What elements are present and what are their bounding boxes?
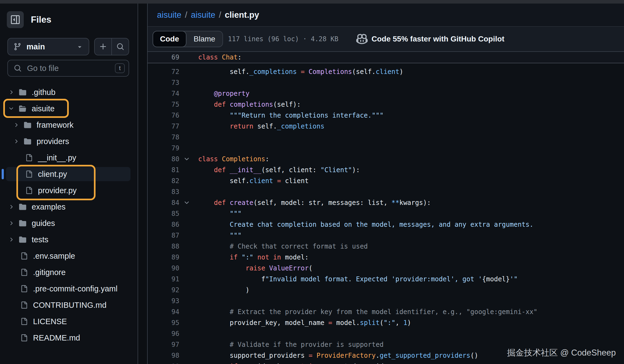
chevron-right-icon (13, 122, 19, 128)
line-number[interactable]: 99 (148, 361, 179, 364)
tree-item-label: framework (37, 121, 73, 130)
file-icon (20, 302, 28, 309)
tree-item-label: client.py (38, 170, 67, 179)
breadcrumb-current-file: client.py (225, 10, 259, 20)
line-number[interactable]: 87 (148, 230, 179, 241)
breadcrumb-separator: / (185, 10, 188, 20)
line-number[interactable]: 89 (148, 252, 179, 263)
code-row-87: 87 """ (148, 230, 624, 241)
tree-item-label: tests (32, 235, 48, 244)
line-number[interactable]: 98 (148, 350, 179, 361)
file-tree-item-.pre-commit-config.yaml[interactable]: .pre-commit-config.yaml (0, 281, 138, 297)
collapse-file-tree-button[interactable] (7, 11, 24, 28)
line-number[interactable]: 69 (148, 52, 179, 63)
line-number[interactable]: 97 (148, 339, 179, 350)
code-row-81: 81 def __init__(self, client: "Client"): (148, 165, 624, 175)
breadcrumb-dir-link[interactable]: aisuite (191, 10, 215, 20)
fold-toggle[interactable] (183, 156, 190, 162)
code-row-96: 96 (148, 328, 624, 339)
sidebar-title: Files (31, 14, 51, 25)
tree-toolbar (94, 38, 129, 55)
chevron-right-icon (8, 237, 14, 243)
line-number[interactable]: 75 (148, 99, 179, 110)
add-file-button[interactable] (95, 38, 112, 55)
line-number[interactable]: 95 (148, 317, 179, 328)
fold-toggle[interactable] (183, 199, 190, 206)
line-number[interactable]: 83 (148, 186, 179, 197)
file-icon (20, 318, 28, 325)
line-number[interactable]: 85 (148, 208, 179, 219)
search-tree-button[interactable] (112, 38, 129, 55)
folder-tree-item-examples[interactable]: examples (0, 199, 138, 215)
breadcrumb-separator: / (219, 10, 221, 20)
go-to-file-input[interactable]: Go to file t (7, 60, 129, 77)
tab-blame[interactable]: Blame (186, 31, 222, 47)
sidebar-collapse-icon (11, 15, 20, 24)
file-tree-item-CONTRIBUTING.md[interactable]: CONTRIBUTING.md (0, 297, 138, 313)
line-number[interactable]: 72 (148, 66, 179, 77)
line-number[interactable]: 84 (148, 197, 179, 208)
code-line: """ (198, 230, 242, 241)
tree-item-label: aisuite (32, 104, 55, 113)
line-number[interactable]: 80 (148, 154, 179, 165)
github-code-view: Files main Go to file t (0, 0, 624, 364)
branch-selector[interactable]: main (7, 38, 89, 55)
line-number[interactable]: 76 (148, 110, 179, 121)
line-number[interactable]: 82 (148, 175, 179, 186)
file-icon (20, 252, 28, 259)
line-number[interactable]: 73 (148, 77, 179, 88)
line-number[interactable]: 91 (148, 274, 179, 285)
file-tree-item-client.py[interactable]: client.py (0, 166, 138, 182)
code-line: # Check that correct format is used (198, 241, 368, 252)
line-number[interactable]: 74 (148, 88, 179, 99)
line-number[interactable]: 79 (148, 143, 179, 154)
line-number[interactable]: 93 (148, 296, 179, 306)
line-number[interactable]: 92 (148, 285, 179, 296)
folder-tree-item-.github[interactable]: .github (0, 84, 138, 100)
folder-tree-item-guides[interactable]: guides (0, 215, 138, 231)
line-number[interactable]: 86 (148, 219, 179, 230)
line-number[interactable]: 90 (148, 263, 179, 274)
folder-icon (19, 236, 26, 243)
file-icon (25, 171, 32, 178)
file-tree-item-LICENSE[interactable]: LICENSE (0, 313, 138, 330)
code-row-95: 95 provider_key, model_name = model.spli… (148, 317, 624, 328)
chevron-right-icon (8, 220, 14, 226)
line-number[interactable]: 94 (148, 306, 179, 317)
code-row-88: 88 # Check that correct format is used (148, 241, 624, 252)
folder-tree-item-aisuite[interactable]: aisuite (0, 100, 138, 117)
breadcrumb-repo-link[interactable]: aisuite (157, 10, 182, 20)
folder-tree-item-providers[interactable]: providers (0, 133, 138, 150)
file-tree-item-.gitignore[interactable]: .gitignore (0, 264, 138, 281)
chevron-down-icon (8, 106, 14, 112)
code-view-panel: aisuite / aisuite / client.py Code Blame… (147, 4, 624, 364)
code-line: def completions(self): (198, 99, 301, 110)
file-tree-item-.env.sample[interactable]: .env.sample (0, 248, 138, 264)
file-meta-info: 117 lines (96 loc) · 4.28 KB (228, 27, 338, 51)
tree-item-label: .github (32, 88, 55, 97)
code-row-83: 83 (148, 186, 624, 197)
tree-item-label: provider.py (38, 186, 77, 195)
code-line: supported_providers = ProviderFactory.ge… (198, 350, 478, 361)
code-row-84: 84 def create(self, model: str, messages… (148, 197, 624, 208)
chevron-right-icon (8, 204, 14, 210)
code-line: self.client = client (198, 175, 309, 186)
line-number[interactable]: 88 (148, 241, 179, 252)
file-tree-item-README.md[interactable]: README.md (0, 330, 138, 346)
file-tree-item-provider.py[interactable]: provider.py (0, 182, 138, 199)
chevron-right-icon (13, 138, 19, 144)
file-tree-item-__init__.py[interactable]: __init__.py (0, 150, 138, 166)
line-number[interactable]: 96 (148, 328, 179, 339)
folder-tree-item-tests[interactable]: tests (0, 231, 138, 248)
line-number[interactable]: 77 (148, 121, 179, 132)
line-number[interactable]: 81 (148, 165, 179, 175)
folder-tree-item-framework[interactable]: framework (0, 117, 138, 133)
copilot-banner[interactable]: Code 55% faster with GitHub Copilot (356, 27, 504, 51)
tree-item-label: .env.sample (33, 252, 75, 261)
git-branch-icon (13, 43, 22, 51)
chevron-down-icon (183, 199, 190, 206)
file-icon (20, 334, 28, 341)
git-branch-icon (13, 43, 22, 51)
line-number[interactable]: 78 (148, 132, 179, 143)
tab-code[interactable]: Code (153, 31, 186, 47)
